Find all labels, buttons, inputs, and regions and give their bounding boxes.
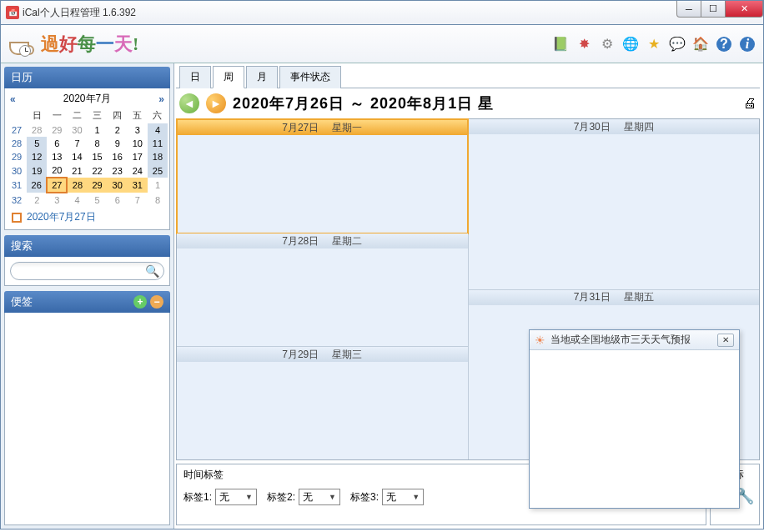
minical-day[interactable]: 30	[67, 123, 87, 137]
search-panel: 搜索 🔍	[4, 235, 170, 286]
minical-day[interactable]: 9	[108, 137, 128, 150]
minical-day[interactable]: 2	[27, 193, 47, 207]
weather-popup-title: 当地或全国地级市三天天气预报	[550, 333, 691, 347]
minical-day[interactable]: 17	[128, 150, 148, 163]
info-icon[interactable]: i	[738, 35, 756, 53]
prev-week-button[interactable]: ◄	[179, 93, 199, 113]
minical-day[interactable]: 27	[47, 178, 67, 193]
minical-day[interactable]: 23	[108, 163, 128, 178]
minical-footer[interactable]: 2020年7月27日	[7, 207, 168, 228]
minical-day[interactable]: 3	[128, 123, 148, 137]
minical-day[interactable]: 21	[67, 163, 87, 178]
minical-day[interactable]: 25	[148, 163, 168, 178]
minical-day[interactable]: 1	[148, 178, 168, 193]
minical-day[interactable]: 7	[67, 137, 87, 150]
notes-body[interactable]	[4, 313, 170, 525]
minical-day[interactable]: 8	[148, 193, 168, 207]
weather-close-button[interactable]: ✕	[717, 334, 734, 347]
tab-month[interactable]: 月	[246, 66, 278, 88]
minical-day[interactable]: 29	[47, 123, 67, 137]
minical-day[interactable]: 7	[128, 193, 148, 207]
week-number: 28	[7, 137, 27, 150]
tag-label: 标签1:	[183, 490, 212, 504]
minical-next[interactable]: »	[158, 93, 164, 105]
minical-day[interactable]: 4	[148, 123, 168, 137]
gear-icon[interactable]: ⚙	[598, 35, 616, 53]
day-header: 7月31日星期五	[469, 290, 760, 305]
search-input[interactable]	[10, 262, 164, 280]
spark-icon[interactable]: ✸	[575, 35, 593, 53]
minical-day[interactable]: 30	[108, 178, 128, 193]
minical-day[interactable]: 2	[108, 123, 128, 137]
add-note-button[interactable]: +	[133, 295, 147, 309]
book-icon[interactable]: 📗	[551, 35, 570, 53]
calendar-panel-header: 日历	[4, 67, 170, 88]
minical-day[interactable]: 1	[88, 123, 108, 137]
minical-day[interactable]: 22	[88, 163, 108, 178]
close-button[interactable]: ✕	[725, 1, 763, 18]
week-day-cell[interactable]: 7月30日星期四	[469, 119, 760, 290]
top-toolbar: 過好每一天! 📗 ✸ ⚙ 🌐 ★ 💬 🏠 ? i	[1, 25, 763, 63]
day-header: 7月30日星期四	[469, 119, 760, 134]
minical-day[interactable]: 28	[27, 123, 47, 137]
home-icon[interactable]: 🏠	[691, 35, 710, 53]
week-day-cell[interactable]: 7月27日星期一	[176, 118, 469, 234]
minical-day[interactable]: 15	[88, 150, 108, 163]
minical-day[interactable]: 14	[67, 150, 87, 163]
cup-icon	[8, 32, 36, 57]
tag-select-2[interactable]: 无▼	[299, 489, 340, 505]
minical-day[interactable]: 24	[128, 163, 148, 178]
minical-day[interactable]: 5	[88, 193, 108, 207]
minical-day[interactable]: 6	[47, 137, 67, 150]
notes-panel-title: 便签	[11, 294, 33, 309]
minical-day[interactable]: 31	[128, 178, 148, 193]
help-icon[interactable]: ?	[715, 35, 733, 53]
tab-day[interactable]: 日	[179, 66, 211, 88]
tab-week[interactable]: 周	[213, 66, 244, 88]
tag-select-1[interactable]: 无▼	[215, 489, 257, 505]
minical-day[interactable]: 8	[88, 137, 108, 150]
star-icon[interactable]: ★	[645, 35, 663, 53]
minical-day[interactable]: 4	[67, 193, 87, 207]
window-titlebar: 📅 iCal个人日程管理 1.6.392 ─ ☐ ✕	[0, 0, 764, 25]
minical-day[interactable]: 18	[148, 150, 168, 163]
minical-day[interactable]: 13	[47, 150, 67, 163]
day-header: 7月27日星期一	[178, 120, 467, 135]
minical-month-label[interactable]: 2020年7月	[63, 92, 111, 106]
week-number: 32	[7, 193, 27, 207]
maximize-button[interactable]: ☐	[701, 1, 726, 18]
minical-day[interactable]: 11	[148, 137, 168, 150]
dow-header: 日	[27, 108, 47, 123]
minical-day[interactable]: 19	[27, 163, 47, 178]
search-icon[interactable]: 🔍	[145, 264, 159, 278]
delete-note-button[interactable]: −	[150, 295, 163, 309]
next-week-button[interactable]: ►	[206, 93, 226, 113]
week-day-cell[interactable]: 7月28日星期二	[177, 233, 468, 347]
week-number: 27	[7, 123, 27, 137]
minical-day[interactable]: 3	[47, 193, 67, 207]
minical-day[interactable]: 5	[27, 137, 47, 150]
weather-popup: ☀ 当地或全国地级市三天天气预报 ✕	[529, 329, 740, 509]
today-marker-icon	[12, 213, 22, 223]
chat-icon[interactable]: 💬	[668, 35, 686, 53]
week-day-cell[interactable]: 7月29日星期三	[177, 347, 468, 459]
minical-day[interactable]: 28	[67, 178, 87, 193]
tab-status[interactable]: 事件状态	[279, 66, 341, 88]
day-header: 7月29日星期三	[177, 347, 468, 362]
minical-day[interactable]: 29	[88, 178, 108, 193]
dow-header: 四	[108, 108, 128, 123]
tag-select-3[interactable]: 无▼	[382, 489, 424, 505]
print-icon[interactable]: 🖨	[743, 96, 756, 111]
minical-day[interactable]: 20	[47, 163, 67, 178]
minical-day[interactable]: 10	[128, 137, 148, 150]
dow-header: 六	[148, 108, 168, 123]
minical-day[interactable]: 12	[27, 150, 47, 163]
minical-day[interactable]: 6	[108, 193, 128, 207]
globe-icon[interactable]: 🌐	[621, 35, 640, 53]
minimize-button[interactable]: ─	[676, 1, 701, 18]
minical-prev[interactable]: «	[10, 93, 16, 105]
minical-day[interactable]: 16	[108, 150, 128, 163]
left-sidebar: 日历 « 2020年7月 » 日一二三四五六 27282930123428567…	[1, 63, 174, 529]
minical-day[interactable]: 26	[27, 178, 47, 193]
logo-text: 過好每一天!	[41, 32, 138, 57]
